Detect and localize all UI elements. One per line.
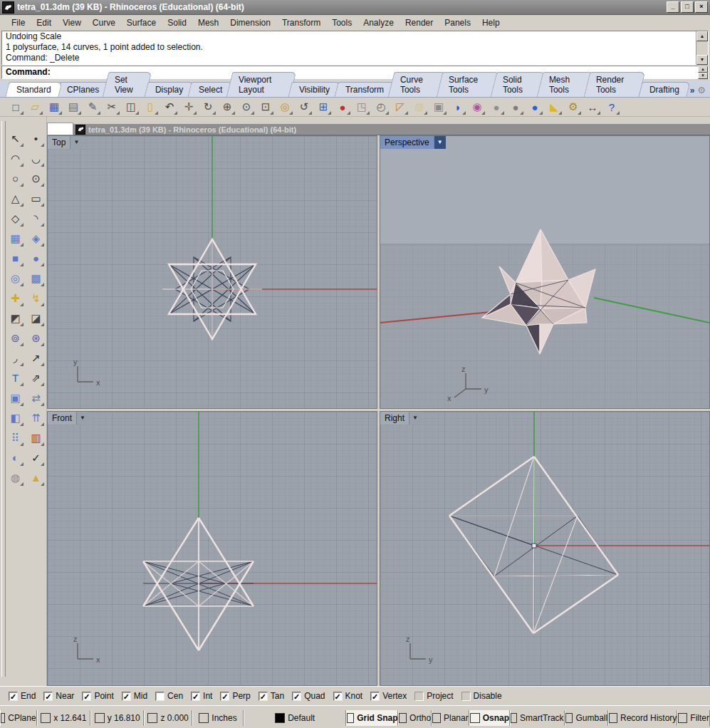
- zoom-dynamic-icon[interactable]: ⊕: [219, 99, 236, 115]
- fillet-curve-icon[interactable]: ◞: [6, 349, 24, 367]
- command-scrollbar[interactable]: ▲ ▼: [696, 31, 708, 65]
- viewport-dropdown-icon[interactable]: ▼: [76, 412, 88, 425]
- open-file-icon[interactable]: ▱: [26, 99, 43, 115]
- status-planar[interactable]: Planar: [432, 710, 469, 726]
- status-z[interactable]: z 0.000: [144, 710, 192, 726]
- new-file-icon[interactable]: □: [7, 99, 24, 115]
- status-ortho[interactable]: Ortho: [398, 710, 432, 726]
- checkbox-icon[interactable]: ✓: [333, 692, 343, 701]
- osnap-toggle[interactable]: ✓ Mid: [122, 691, 147, 701]
- options-gear-icon[interactable]: ⚙: [565, 99, 582, 115]
- menu-item[interactable]: Panels: [439, 16, 476, 29]
- surface-patch-icon[interactable]: ◈: [27, 229, 45, 247]
- viewport-top-label[interactable]: Top ▼: [48, 136, 82, 149]
- osnap-toggle[interactable]: ✓ Tan: [259, 691, 284, 701]
- boolean-icon[interactable]: ✚: [6, 289, 24, 307]
- osnap-toggle[interactable]: ✓ Int: [191, 691, 212, 701]
- color-wheel-icon[interactable]: ◉: [469, 99, 486, 115]
- box-icon[interactable]: ■: [6, 249, 24, 267]
- menu-item[interactable]: Transform: [276, 16, 326, 29]
- toolbar-tab[interactable]: Visibility: [288, 82, 341, 97]
- checkbox-icon[interactable]: ✓: [191, 692, 200, 701]
- status-layer[interactable]: Default: [244, 710, 346, 726]
- pan-icon[interactable]: ✛: [180, 99, 197, 115]
- checkbox-icon[interactable]: ✓: [292, 692, 301, 701]
- split-edge-icon[interactable]: ▥: [27, 429, 45, 447]
- fillet-edge-icon[interactable]: ◧: [6, 409, 24, 427]
- extrude-icon[interactable]: ⇈: [27, 409, 45, 427]
- checkbox-icon[interactable]: ✓: [220, 692, 229, 701]
- undo-view-icon[interactable]: ↺: [296, 99, 313, 115]
- scroll-down-icon[interactable]: ▼: [696, 55, 708, 65]
- status-cplane[interactable]: CPlane: [0, 710, 37, 726]
- menu-item[interactable]: Analyze: [357, 16, 400, 29]
- pyramid-icon[interactable]: ▲: [27, 469, 45, 487]
- menu-item[interactable]: Render: [400, 16, 439, 29]
- scroll-up-icon[interactable]: ▲: [696, 31, 708, 41]
- check-icon[interactable]: ✓: [27, 449, 45, 467]
- close-button[interactable]: ×: [695, 1, 708, 13]
- osnap-toggle[interactable]: ✓ Near: [43, 691, 74, 701]
- viewport-layout-icon[interactable]: ⊞: [315, 99, 332, 115]
- checkbox-icon[interactable]: ✓: [82, 692, 91, 701]
- status-gridsnap[interactable]: Grid Snap: [346, 710, 398, 726]
- spin-up-icon[interactable]: ▲: [698, 66, 708, 73]
- checkbox-icon[interactable]: ✓: [122, 692, 131, 701]
- named-view-icon[interactable]: ◳: [353, 99, 370, 115]
- osnap-toggle[interactable]: ✓ Perp: [220, 691, 250, 701]
- mirror-icon[interactable]: ⇄: [27, 389, 45, 407]
- select-icon[interactable]: ↖: [6, 130, 24, 147]
- light-icon[interactable]: ◍: [411, 99, 428, 115]
- curve-handle-icon[interactable]: ◝: [27, 209, 45, 227]
- notify-cone-icon[interactable]: ◣: [545, 99, 563, 115]
- viewport-perspective-label[interactable]: Perspective ▼: [380, 136, 446, 149]
- menu-item[interactable]: Help: [476, 16, 506, 29]
- zoom-selected-icon[interactable]: ◎: [276, 99, 293, 115]
- text-icon[interactable]: T: [6, 369, 24, 387]
- menu-item[interactable]: Edit: [31, 16, 57, 29]
- cplane-icon[interactable]: ◴: [372, 99, 390, 115]
- maximize-button[interactable]: □: [681, 1, 694, 13]
- viewport-dropdown-icon[interactable]: ▼: [434, 136, 446, 149]
- ghosted-view-icon[interactable]: ●: [507, 99, 524, 115]
- document-title-bar[interactable]: tetra_01.3dm (39 KB) - Rhinoceros (Educa…: [73, 124, 710, 135]
- menu-item[interactable]: File: [6, 16, 31, 29]
- zoom-extents-icon[interactable]: ⊡: [257, 99, 274, 115]
- status-filter[interactable]: Filter: [677, 710, 710, 726]
- scale-icon[interactable]: ⇗: [27, 369, 45, 387]
- osnap-toggle[interactable]: ✓ Knot: [333, 691, 363, 701]
- menu-item[interactable]: Tools: [326, 16, 357, 29]
- viewport-top[interactable]: y x Top ▼: [47, 135, 377, 409]
- tab-overflow-icon[interactable]: »: [690, 85, 695, 95]
- rotate-view-icon[interactable]: ↻: [199, 99, 216, 115]
- render-preview-icon[interactable]: ●: [526, 99, 543, 115]
- status-gumball[interactable]: Gumball: [565, 710, 609, 726]
- menu-item[interactable]: Solid: [162, 16, 192, 29]
- undo-icon[interactable]: ↶: [161, 99, 178, 115]
- sidebar-grip[interactable]: [1, 121, 6, 677]
- menu-item[interactable]: Surface: [121, 16, 162, 29]
- print-icon[interactable]: ▤: [65, 99, 82, 115]
- menu-item[interactable]: Curve: [87, 16, 121, 29]
- paste-icon[interactable]: ▯: [142, 99, 159, 115]
- lock-icon[interactable]: ▣: [430, 99, 447, 115]
- status-x[interactable]: x 12.641: [37, 710, 90, 726]
- split-icon[interactable]: ◪: [27, 309, 45, 327]
- checkbox-icon[interactable]: [155, 692, 165, 701]
- ellipse-icon[interactable]: ⊙: [27, 170, 45, 187]
- status-y[interactable]: y 16.810: [90, 710, 144, 726]
- trim-icon[interactable]: ◩: [6, 309, 24, 327]
- blend-surface-icon[interactable]: ◐: [6, 449, 24, 467]
- toolbar-tab[interactable]: Drafting: [638, 82, 690, 97]
- toolbar-tab[interactable]: Viewport Layout: [226, 72, 296, 97]
- checkbox-icon[interactable]: ✓: [259, 692, 268, 701]
- status-recordhistory[interactable]: Record History: [608, 710, 677, 726]
- menu-item[interactable]: View: [57, 16, 87, 29]
- cut-icon[interactable]: ✂: [103, 99, 120, 115]
- menu-item[interactable]: Dimension: [224, 16, 276, 29]
- save-icon[interactable]: ▦: [46, 99, 63, 115]
- point-icon[interactable]: •: [27, 130, 45, 147]
- rhino-render-icon[interactable]: ◗: [449, 99, 466, 115]
- surface-grid-icon[interactable]: ▦: [6, 229, 24, 247]
- prompt-spinner[interactable]: ▲ ▼: [698, 66, 708, 78]
